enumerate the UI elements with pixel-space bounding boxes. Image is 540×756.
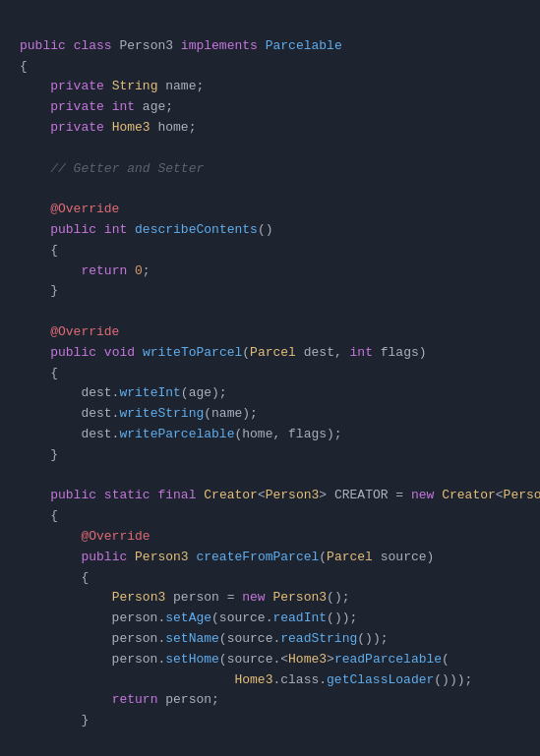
code-display: public class Person3 implements Parcelab… [20,16,520,756]
interface-parcelable: Parcelable [266,38,342,53]
keyword-public: public [20,38,66,53]
keyword-implements: implements [181,38,258,53]
keyword-class: class [74,38,112,53]
